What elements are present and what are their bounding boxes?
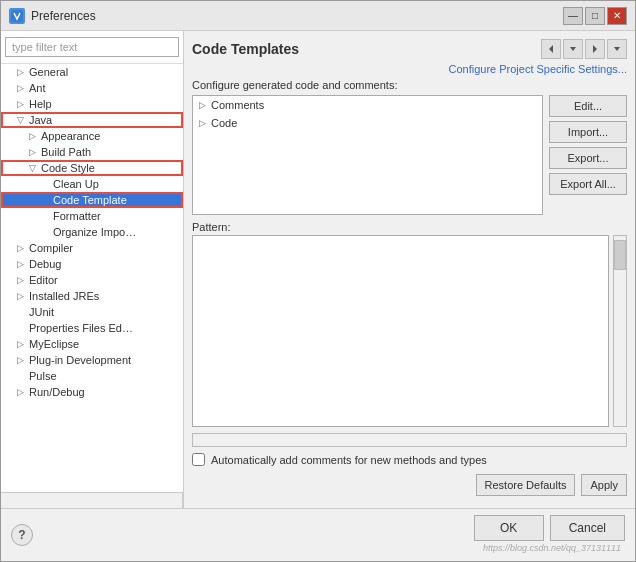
sidebar-item-myeclipse[interactable]: ▷ MyEclipse (1, 336, 183, 352)
svg-marker-1 (549, 45, 553, 53)
toolbar-dropdown-button[interactable] (563, 39, 583, 59)
preferences-window: Preferences — □ ✕ ▷ General ▷ Ant (0, 0, 636, 562)
label-comments: Comments (211, 99, 264, 111)
arrow-comments: ▷ (199, 100, 211, 110)
arrow-run-debug: ▷ (17, 387, 29, 397)
window-title: Preferences (31, 9, 96, 23)
sidebar-item-editor[interactable]: ▷ Editor (1, 272, 183, 288)
label-ant: Ant (29, 82, 46, 94)
v-scroll-thumb (614, 240, 626, 270)
sidebar-item-debug[interactable]: ▷ Debug (1, 256, 183, 272)
search-input[interactable] (5, 37, 179, 57)
templates-tree: ▷ Comments ▷ Code (192, 95, 543, 215)
sidebar-item-code-style[interactable]: ▽ Code Style (1, 160, 183, 176)
label-run-debug: Run/Debug (29, 386, 85, 398)
svg-marker-4 (614, 47, 620, 51)
arrow-installed-jres: ▷ (17, 291, 29, 301)
label-java: Java (29, 114, 52, 126)
sidebar-item-plugin-dev[interactable]: ▷ Plug-in Development (1, 352, 183, 368)
arrow-editor: ▷ (17, 275, 29, 285)
arrow-myeclipse: ▷ (17, 339, 29, 349)
sidebar-item-organize-imports[interactable]: Organize Impo… (1, 224, 183, 240)
arrow-plugin-dev: ▷ (17, 355, 29, 365)
sidebar-item-junit[interactable]: JUnit (1, 304, 183, 320)
arrow-appearance: ▷ (29, 131, 41, 141)
sidebar-item-ant[interactable]: ▷ Ant (1, 80, 183, 96)
right-panel: Code Templates Configure Pro (184, 31, 635, 508)
window-controls: — □ ✕ (563, 7, 627, 25)
label-debug: Debug (29, 258, 61, 270)
import-button[interactable]: Import... (549, 121, 627, 143)
sidebar-item-compiler[interactable]: ▷ Compiler (1, 240, 183, 256)
apply-button[interactable]: Apply (581, 474, 627, 496)
arrow-general: ▷ (17, 67, 29, 77)
label-build-path: Build Path (41, 146, 91, 158)
arrow-java: ▽ (17, 115, 29, 125)
label-junit: JUnit (29, 306, 54, 318)
label-myeclipse: MyEclipse (29, 338, 79, 350)
sidebar-item-pulse[interactable]: Pulse (1, 368, 183, 384)
section-label: Configure generated code and comments: (192, 79, 627, 91)
sidebar-item-formatter[interactable]: Formatter (1, 208, 183, 224)
cancel-button[interactable]: Cancel (550, 515, 625, 541)
checkbox-row: Automatically add comments for new metho… (192, 453, 627, 466)
arrow-ant: ▷ (17, 83, 29, 93)
help-button[interactable]: ? (11, 524, 33, 546)
sidebar-item-code-template[interactable]: Code Template (1, 192, 183, 208)
sidebar-item-java[interactable]: ▽ Java (1, 112, 183, 128)
pattern-h-scroll[interactable] (192, 433, 627, 447)
svg-marker-2 (570, 47, 576, 51)
label-editor: Editor (29, 274, 58, 286)
right-buttons: Edit... Import... Export... Export All..… (549, 95, 627, 215)
configure-link[interactable]: Configure Project Specific Settings... (192, 63, 627, 75)
export-button[interactable]: Export... (549, 147, 627, 169)
close-button[interactable]: ✕ (607, 7, 627, 25)
toolbar-icons (541, 39, 627, 59)
right-header: Code Templates (192, 39, 627, 59)
watermark: https://blog.csdn.net/qq_37131111 (483, 543, 625, 555)
label-clean-up: Clean Up (53, 178, 99, 190)
export-all-button[interactable]: Export All... (549, 173, 627, 195)
sidebar-item-installed-jres[interactable]: ▷ Installed JREs (1, 288, 183, 304)
pattern-textarea[interactable] (192, 235, 609, 427)
templates-container: ▷ Comments ▷ Code Edit... Import... Expo… (192, 95, 627, 215)
label-pulse: Pulse (29, 370, 57, 382)
arrow-code: ▷ (199, 118, 211, 128)
arrow-compiler: ▷ (17, 243, 29, 253)
app-icon (9, 8, 25, 24)
ok-button[interactable]: OK (474, 515, 544, 541)
left-bottom-scrollbar (1, 492, 183, 508)
edit-button[interactable]: Edit... (549, 95, 627, 117)
bottom-bar: ? OK Cancel https://blog.csdn.net/qq_371… (1, 508, 635, 561)
svg-marker-3 (593, 45, 597, 53)
label-code: Code (211, 117, 237, 129)
label-appearance: Appearance (41, 130, 100, 142)
label-formatter: Formatter (53, 210, 101, 222)
toolbar-forward-button[interactable] (585, 39, 605, 59)
minimize-button[interactable]: — (563, 7, 583, 25)
pattern-area (192, 235, 627, 427)
sidebar-item-help[interactable]: ▷ Help (1, 96, 183, 112)
h-scrollbar-row (192, 433, 627, 447)
template-item-comments[interactable]: ▷ Comments (193, 96, 542, 114)
toolbar-more-button[interactable] (607, 39, 627, 59)
sidebar-item-run-debug[interactable]: ▷ Run/Debug (1, 384, 183, 400)
label-organize-imports: Organize Impo… (53, 226, 136, 238)
template-item-code[interactable]: ▷ Code (193, 114, 542, 132)
sidebar-item-build-path[interactable]: ▷ Build Path (1, 144, 183, 160)
arrow-help: ▷ (17, 99, 29, 109)
sidebar-item-properties-files[interactable]: Properties Files Ed… (1, 320, 183, 336)
label-plugin-dev: Plug-in Development (29, 354, 131, 366)
label-code-style: Code Style (41, 162, 95, 174)
search-box (1, 31, 183, 64)
v-scrollbar[interactable] (613, 235, 627, 427)
sidebar-item-general[interactable]: ▷ General (1, 64, 183, 80)
sidebar-item-appearance[interactable]: ▷ Appearance (1, 128, 183, 144)
h-scroll-track[interactable] (1, 493, 183, 508)
maximize-button[interactable]: □ (585, 7, 605, 25)
tree-area: ▷ General ▷ Ant ▷ Help ▽ Java ▷ Appear (1, 64, 183, 492)
toolbar-back-button[interactable] (541, 39, 561, 59)
restore-defaults-button[interactable]: Restore Defaults (476, 474, 576, 496)
sidebar-item-clean-up[interactable]: Clean Up (1, 176, 183, 192)
auto-comment-checkbox[interactable] (192, 453, 205, 466)
